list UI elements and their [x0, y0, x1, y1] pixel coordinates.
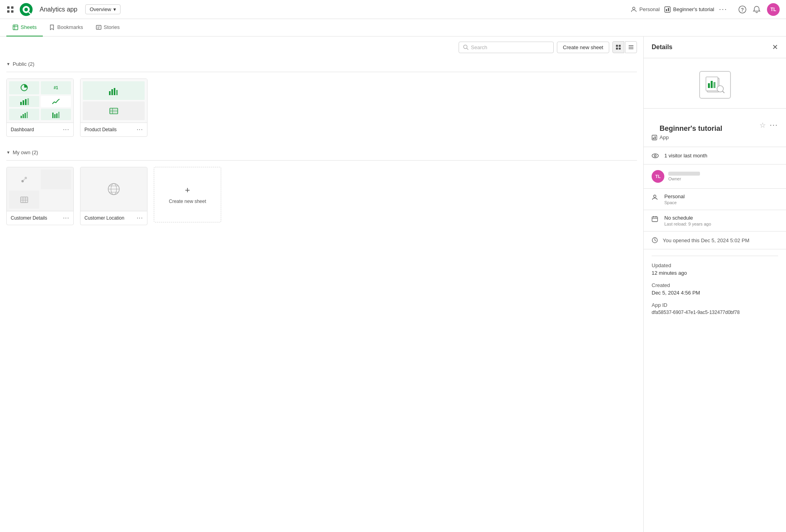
personal-nav-item[interactable]: Personal — [631, 6, 660, 13]
svg-rect-38 — [52, 113, 54, 118]
svg-rect-41 — [58, 112, 59, 118]
svg-rect-14 — [13, 25, 18, 30]
created-label: Created — [652, 282, 778, 288]
customer-location-more-button[interactable]: ··· — [137, 214, 143, 222]
nav-right: ? TL — [738, 3, 780, 16]
svg-rect-40 — [56, 113, 57, 118]
created-section: Created Dec 5, 2024 4:56 PM — [652, 282, 778, 296]
svg-rect-35 — [23, 114, 24, 118]
create-new-sheet-card[interactable]: + Create new sheet — [154, 167, 221, 222]
eye-icon — [652, 153, 660, 159]
public-card-grid: #1 — [6, 78, 637, 137]
details-more-button[interactable]: ··· — [770, 121, 778, 129]
user-avatar[interactable]: TL — [767, 3, 780, 16]
details-close-button[interactable]: ✕ — [772, 43, 778, 52]
product-details-more-button[interactable]: ··· — [137, 126, 143, 133]
customer-details-name: Customer Details — [11, 215, 47, 221]
svg-rect-36 — [25, 113, 26, 118]
svg-rect-66 — [711, 81, 713, 88]
pie-chart-icon — [20, 83, 29, 92]
opened-row: You opened this Dec 5, 2024 5:02 PM — [644, 232, 786, 249]
schedule-info: No schedule Last reload: 9 years ago — [664, 215, 711, 226]
svg-text:?: ? — [741, 7, 744, 13]
my-own-section: ▼ My own (2) — [0, 146, 643, 235]
top-nav: Analytics app Overview ▾ Personal Beginn… — [0, 0, 786, 19]
svg-rect-71 — [653, 138, 654, 139]
app-title: Analytics app — [40, 6, 77, 13]
app-type-label: App — [660, 134, 669, 140]
search-input[interactable]: Search — [459, 42, 554, 53]
public-section: ▼ Public (2) — [0, 58, 643, 146]
nav-more-button[interactable]: ··· — [719, 5, 727, 13]
created-value: Dec 5, 2024 4:56 PM — [652, 290, 778, 296]
details-app-name: Beginner's tutorial — [652, 117, 730, 134]
customer-details-more-button[interactable]: ··· — [63, 214, 69, 222]
tutorial-nav-item[interactable]: Beginner's tutorial — [664, 6, 714, 13]
analytics-illustration — [705, 76, 725, 94]
my-own-card-grid: Customer Details ··· — [6, 167, 637, 225]
create-new-sheet-button[interactable]: Create new sheet — [557, 42, 609, 53]
svg-rect-1 — [11, 6, 13, 9]
space-row: Personal Space — [644, 189, 786, 210]
customer-details-footer: Customer Details ··· — [7, 211, 73, 225]
customer-location-name: Customer Location — [84, 215, 124, 221]
svg-rect-17 — [96, 25, 101, 29]
list-view-button[interactable] — [625, 41, 637, 53]
owner-label: Owner — [668, 176, 700, 181]
tab-sheets[interactable]: Sheets — [6, 19, 43, 36]
sheets-icon — [13, 25, 18, 30]
svg-rect-32 — [25, 99, 27, 105]
notifications-button[interactable] — [753, 6, 761, 13]
grid-view-icon — [616, 44, 621, 50]
dashboard-more-button[interactable]: ··· — [63, 126, 69, 133]
grid-menu-icon[interactable] — [6, 6, 14, 13]
list-view-icon — [628, 44, 634, 50]
grid-view-button[interactable] — [612, 41, 624, 53]
sheet-card-product-details[interactable]: Product Details ··· — [80, 78, 147, 137]
tab-bookmarks[interactable]: Bookmarks — [43, 19, 89, 36]
space-info: Personal Space — [664, 193, 685, 205]
opened-label: You opened this Dec 5, 2024 5:02 PM — [663, 237, 750, 243]
person-space-icon — [652, 194, 660, 201]
stories-icon — [96, 25, 101, 30]
svg-point-74 — [654, 155, 656, 157]
tab-stories[interactable]: Stories — [90, 19, 126, 36]
product-details-name: Product Details — [84, 127, 117, 132]
space-type: Space — [664, 200, 685, 205]
chevron-down-icon: ▼ — [6, 62, 10, 66]
owner-row: TL Owner — [644, 165, 786, 189]
my-own-section-header[interactable]: ▼ My own (2) — [6, 146, 637, 160]
schedule-sub: Last reload: 9 years ago — [664, 222, 711, 226]
overview-dropdown[interactable]: Overview ▾ — [85, 4, 120, 14]
public-section-header[interactable]: ▼ Public (2) — [6, 58, 637, 72]
svg-rect-25 — [619, 48, 621, 50]
app-illustration — [699, 71, 731, 99]
view-toggle — [612, 41, 637, 53]
customer-details-preview — [7, 167, 73, 211]
svg-rect-44 — [114, 88, 115, 95]
create-card-label: Create new sheet — [169, 199, 206, 204]
main-layout: Search Create new sheet — [0, 36, 786, 532]
svg-rect-45 — [116, 90, 118, 95]
svg-rect-65 — [708, 83, 710, 88]
svg-rect-37 — [27, 112, 28, 118]
sheet-card-customer-location[interactable]: Customer Location ··· — [80, 167, 147, 225]
svg-point-50 — [21, 180, 24, 182]
customer-location-footer: Customer Location ··· — [80, 211, 147, 225]
svg-rect-9 — [665, 7, 670, 12]
sheet-card-dashboard[interactable]: #1 — [6, 78, 74, 137]
content-area: Search Create new sheet — [0, 36, 643, 532]
sheet-card-customer-details[interactable]: Customer Details ··· — [6, 167, 74, 225]
my-own-section-label: My own (2) — [13, 149, 38, 155]
svg-rect-76 — [652, 217, 658, 222]
help-button[interactable]: ? — [738, 6, 746, 13]
details-panel-title: Details — [652, 44, 672, 51]
svg-point-75 — [654, 195, 656, 197]
small-bar-icon — [20, 111, 28, 118]
details-panel: Details ✕ Beginner's tutorial ☆ — [643, 36, 786, 532]
svg-rect-42 — [109, 91, 111, 95]
svg-rect-23 — [619, 45, 621, 47]
favorite-button[interactable]: ☆ — [759, 121, 766, 130]
svg-rect-34 — [21, 116, 22, 118]
svg-point-51 — [25, 177, 27, 179]
